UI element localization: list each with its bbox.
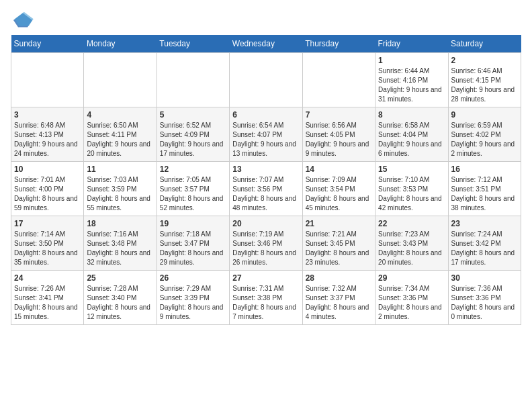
calendar-cell: 29Sunrise: 7:34 AM Sunset: 3:36 PM Dayli…: [375, 271, 448, 325]
calendar-cell: 15Sunrise: 7:10 AM Sunset: 3:53 PM Dayli…: [375, 162, 448, 216]
day-number: 13: [232, 165, 299, 174]
day-number: 30: [451, 273, 518, 283]
day-number: 20: [232, 219, 299, 228]
day-info: Sunrise: 7:16 AM Sunset: 3:48 PM Dayligh…: [87, 230, 153, 267]
day-number: 19: [160, 219, 226, 228]
day-number: 27: [232, 273, 299, 283]
day-number: 17: [14, 219, 81, 228]
calendar-cell: 30Sunrise: 7:36 AM Sunset: 3:36 PM Dayli…: [448, 271, 521, 325]
day-number: 3: [14, 110, 81, 120]
calendar-header-row: SundayMondayTuesdayWednesdayThursdayFrid…: [11, 35, 521, 53]
calendar-week-row: 24Sunrise: 7:26 AM Sunset: 3:41 PM Dayli…: [11, 271, 521, 325]
day-info: Sunrise: 7:12 AM Sunset: 3:51 PM Dayligh…: [451, 175, 518, 213]
calendar-cell: 7Sunrise: 6:56 AM Sunset: 4:05 PM Daylig…: [302, 107, 375, 162]
logo: [11, 11, 38, 30]
day-number: 23: [451, 219, 518, 228]
day-number: 5: [160, 110, 226, 120]
page-header: [11, 11, 521, 30]
calendar-week-row: 10Sunrise: 7:01 AM Sunset: 4:00 PM Dayli…: [11, 162, 521, 216]
day-info: Sunrise: 7:07 AM Sunset: 3:56 PM Dayligh…: [232, 175, 299, 213]
day-info: Sunrise: 7:21 AM Sunset: 3:45 PM Dayligh…: [306, 230, 372, 267]
calendar-day-header: Sunday: [11, 35, 84, 53]
day-number: 16: [451, 165, 518, 174]
calendar-cell: 14Sunrise: 7:09 AM Sunset: 3:54 PM Dayli…: [302, 162, 375, 216]
calendar-cell: 24Sunrise: 7:26 AM Sunset: 3:41 PM Dayli…: [11, 271, 84, 325]
calendar-cell: 21Sunrise: 7:21 AM Sunset: 3:45 PM Dayli…: [302, 216, 375, 271]
day-number: 22: [378, 219, 445, 228]
day-info: Sunrise: 6:44 AM Sunset: 4:16 PM Dayligh…: [378, 66, 445, 104]
day-number: 11: [87, 165, 153, 174]
calendar-week-row: 3Sunrise: 6:48 AM Sunset: 4:13 PM Daylig…: [11, 107, 521, 162]
day-info: Sunrise: 7:24 AM Sunset: 3:42 PM Dayligh…: [451, 230, 518, 267]
calendar-cell: 16Sunrise: 7:12 AM Sunset: 3:51 PM Dayli…: [448, 162, 521, 216]
day-number: 14: [306, 165, 372, 174]
calendar: SundayMondayTuesdayWednesdayThursdayFrid…: [11, 35, 521, 325]
day-info: Sunrise: 6:52 AM Sunset: 4:09 PM Dayligh…: [160, 121, 226, 158]
calendar-cell: [11, 53, 84, 107]
calendar-cell: 3Sunrise: 6:48 AM Sunset: 4:13 PM Daylig…: [11, 107, 84, 162]
calendar-cell: [84, 53, 157, 107]
day-info: Sunrise: 7:28 AM Sunset: 3:40 PM Dayligh…: [87, 284, 153, 322]
calendar-cell: 11Sunrise: 7:03 AM Sunset: 3:59 PM Dayli…: [84, 162, 157, 216]
day-info: Sunrise: 7:14 AM Sunset: 3:50 PM Dayligh…: [14, 230, 81, 267]
calendar-cell: 9Sunrise: 6:59 AM Sunset: 4:02 PM Daylig…: [448, 107, 521, 162]
calendar-cell: 10Sunrise: 7:01 AM Sunset: 4:00 PM Dayli…: [11, 162, 84, 216]
calendar-cell: 13Sunrise: 7:07 AM Sunset: 3:56 PM Dayli…: [230, 162, 302, 216]
calendar-week-row: 1Sunrise: 6:44 AM Sunset: 4:16 PM Daylig…: [11, 53, 521, 107]
day-number: 24: [14, 273, 81, 283]
day-number: 12: [160, 165, 226, 174]
calendar-cell: 6Sunrise: 6:54 AM Sunset: 4:07 PM Daylig…: [230, 107, 302, 162]
calendar-cell: 18Sunrise: 7:16 AM Sunset: 3:48 PM Dayli…: [84, 216, 157, 271]
calendar-day-header: Friday: [375, 35, 448, 53]
calendar-cell: 23Sunrise: 7:24 AM Sunset: 3:42 PM Dayli…: [448, 216, 521, 271]
day-number: 15: [378, 165, 445, 174]
calendar-cell: 2Sunrise: 6:46 AM Sunset: 4:15 PM Daylig…: [448, 53, 521, 107]
day-number: 6: [232, 110, 299, 120]
calendar-cell: 20Sunrise: 7:19 AM Sunset: 3:46 PM Dayli…: [230, 216, 302, 271]
day-number: 21: [306, 219, 372, 228]
day-info: Sunrise: 7:05 AM Sunset: 3:57 PM Dayligh…: [160, 175, 226, 213]
day-info: Sunrise: 6:54 AM Sunset: 4:07 PM Dayligh…: [232, 121, 299, 158]
day-number: 4: [87, 110, 153, 120]
calendar-day-header: Thursday: [302, 35, 375, 53]
day-info: Sunrise: 7:31 AM Sunset: 3:38 PM Dayligh…: [232, 284, 299, 322]
day-number: 2: [451, 56, 518, 65]
day-info: Sunrise: 7:18 AM Sunset: 3:47 PM Dayligh…: [160, 230, 226, 267]
calendar-cell: 5Sunrise: 6:52 AM Sunset: 4:09 PM Daylig…: [157, 107, 229, 162]
calendar-day-header: Monday: [84, 35, 157, 53]
calendar-week-row: 17Sunrise: 7:14 AM Sunset: 3:50 PM Dayli…: [11, 216, 521, 271]
day-info: Sunrise: 7:10 AM Sunset: 3:53 PM Dayligh…: [378, 175, 445, 213]
calendar-cell: 8Sunrise: 6:58 AM Sunset: 4:04 PM Daylig…: [375, 107, 448, 162]
calendar-cell: 25Sunrise: 7:28 AM Sunset: 3:40 PM Dayli…: [84, 271, 157, 325]
calendar-cell: 28Sunrise: 7:32 AM Sunset: 3:37 PM Dayli…: [302, 271, 375, 325]
calendar-day-header: Tuesday: [157, 35, 229, 53]
day-number: 10: [14, 165, 81, 174]
day-info: Sunrise: 7:01 AM Sunset: 4:00 PM Dayligh…: [14, 175, 81, 213]
day-info: Sunrise: 7:23 AM Sunset: 3:43 PM Dayligh…: [378, 230, 445, 267]
calendar-day-header: Saturday: [448, 35, 521, 53]
day-info: Sunrise: 7:26 AM Sunset: 3:41 PM Dayligh…: [14, 284, 81, 322]
day-info: Sunrise: 7:03 AM Sunset: 3:59 PM Dayligh…: [87, 175, 153, 213]
calendar-cell: [302, 53, 375, 107]
day-info: Sunrise: 7:19 AM Sunset: 3:46 PM Dayligh…: [232, 230, 299, 267]
calendar-cell: 12Sunrise: 7:05 AM Sunset: 3:57 PM Dayli…: [157, 162, 229, 216]
day-number: 9: [451, 110, 518, 120]
calendar-cell: [230, 53, 302, 107]
day-number: 26: [160, 273, 226, 283]
calendar-day-header: Wednesday: [230, 35, 302, 53]
calendar-cell: 17Sunrise: 7:14 AM Sunset: 3:50 PM Dayli…: [11, 216, 84, 271]
calendar-cell: [157, 53, 229, 107]
day-number: 18: [87, 219, 153, 228]
day-info: Sunrise: 7:09 AM Sunset: 3:54 PM Dayligh…: [306, 175, 372, 213]
day-number: 1: [378, 56, 445, 65]
logo-icon: [11, 11, 35, 30]
day-info: Sunrise: 6:50 AM Sunset: 4:11 PM Dayligh…: [87, 121, 153, 158]
day-info: Sunrise: 7:29 AM Sunset: 3:39 PM Dayligh…: [160, 284, 226, 322]
calendar-cell: 19Sunrise: 7:18 AM Sunset: 3:47 PM Dayli…: [157, 216, 229, 271]
calendar-cell: 22Sunrise: 7:23 AM Sunset: 3:43 PM Dayli…: [375, 216, 448, 271]
day-info: Sunrise: 6:48 AM Sunset: 4:13 PM Dayligh…: [14, 121, 81, 158]
day-number: 7: [306, 110, 372, 120]
calendar-cell: 26Sunrise: 7:29 AM Sunset: 3:39 PM Dayli…: [157, 271, 229, 325]
calendar-cell: 4Sunrise: 6:50 AM Sunset: 4:11 PM Daylig…: [84, 107, 157, 162]
day-number: 8: [378, 110, 445, 120]
